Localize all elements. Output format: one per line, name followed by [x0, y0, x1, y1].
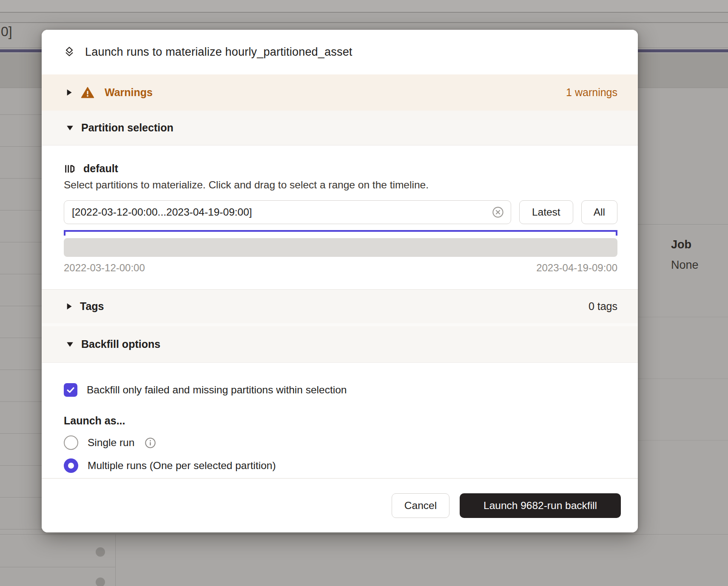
background-job-column-header: Job: [671, 238, 691, 251]
background-row-line: [638, 224, 728, 225]
launch-backfill-button[interactable]: Launch 9682-run backfill: [460, 493, 621, 518]
backfill-only-failed-checkbox[interactable]: [64, 383, 77, 397]
tags-header: Tags: [80, 300, 104, 313]
partition-dimension-name: default: [83, 162, 118, 175]
section-separator: [42, 323, 638, 326]
clear-selection-button[interactable]: [492, 206, 504, 218]
background-row-line: [638, 378, 728, 379]
background-status-dot: [96, 547, 105, 557]
timeline-end-label: 2023-04-19-09:00: [536, 262, 617, 274]
warnings-count: 1 warnings: [566, 86, 617, 99]
clear-circle-x-icon: [492, 206, 504, 218]
backfill-options-header: Backfill options: [81, 338, 160, 350]
partition-range-input[interactable]: [72, 206, 492, 218]
checkmark-icon: [65, 385, 76, 395]
multiple-runs-radio[interactable]: [64, 458, 78, 473]
single-run-option: Single run: [64, 435, 617, 450]
tags-accordion[interactable]: Tags 0 tags: [42, 289, 638, 323]
single-run-radio[interactable]: [64, 435, 78, 450]
background-status-dot: [96, 577, 105, 586]
multiple-runs-label: Multiple runs (One per selected partitio…: [88, 460, 276, 472]
partition-selection-header: Partition selection: [81, 122, 173, 134]
background-row-line: [0, 567, 115, 567]
tags-count: 0 tags: [589, 300, 617, 313]
cancel-button[interactable]: Cancel: [392, 493, 449, 518]
background-partial-input-text: 0]: [1, 24, 12, 40]
warning-triangle-icon: [81, 86, 94, 100]
launch-as-label: Launch as...: [64, 415, 617, 427]
partition-selection-description: Select partitions to materialize. Click …: [64, 179, 617, 191]
background-second-band: [0, 14, 728, 23]
partition-range-inputbox[interactable]: [64, 200, 511, 224]
background-top-bar: [0, 0, 728, 13]
multiple-runs-option: Multiple runs (One per selected partitio…: [64, 458, 617, 473]
warnings-accordion[interactable]: Warnings 1 warnings: [42, 74, 638, 111]
partition-set-icon: [64, 163, 76, 175]
partition-health-timeline[interactable]: [64, 238, 617, 257]
caret-down-icon: [66, 125, 74, 131]
asset-layers-icon: [63, 46, 76, 59]
backfill-only-failed-label: Backfill only failed and missing partiti…: [87, 384, 347, 396]
background-row-line: [638, 440, 728, 441]
backfill-options-accordion[interactable]: Backfill options: [42, 326, 638, 363]
background-row-line: [638, 317, 728, 317]
caret-right-icon: [66, 89, 72, 96]
backfill-only-failed-row: Backfill only failed and missing partiti…: [64, 383, 617, 397]
partition-dimension-row: default: [64, 162, 617, 175]
partition-range-controls: Latest All: [64, 200, 617, 224]
background-job-cell-value: None: [671, 259, 699, 272]
background-table-rows-left: [0, 83, 42, 533]
info-icon[interactable]: [145, 437, 156, 449]
launch-partitions-dialog: Launch runs to materialize hourly_partit…: [42, 30, 638, 532]
caret-right-icon: [66, 303, 72, 310]
timeline-start-label: 2022-03-12-00:00: [64, 262, 145, 274]
caret-down-icon: [66, 341, 74, 347]
timeline-labels: 2022-03-12-00:00 2023-04-19-09:00: [64, 262, 617, 274]
dialog-title: Launch runs to materialize hourly_partit…: [85, 46, 353, 59]
latest-button[interactable]: Latest: [519, 200, 573, 224]
warnings-label: Warnings: [105, 86, 153, 99]
backfill-options-body: Backfill only failed and missing partiti…: [42, 363, 638, 478]
single-run-label: Single run: [88, 437, 134, 449]
background-row-line: [0, 534, 728, 535]
dialog-header: Launch runs to materialize hourly_partit…: [42, 30, 638, 74]
background-column-divider: [115, 534, 116, 586]
all-button[interactable]: All: [581, 200, 617, 224]
partition-selection-accordion[interactable]: Partition selection: [42, 111, 638, 145]
partition-selection-body: default Select partitions to materialize…: [42, 145, 638, 289]
timeline-selection-bracket: [64, 230, 617, 236]
dialog-footer: Cancel Launch 9682-run backfill: [42, 478, 638, 532]
